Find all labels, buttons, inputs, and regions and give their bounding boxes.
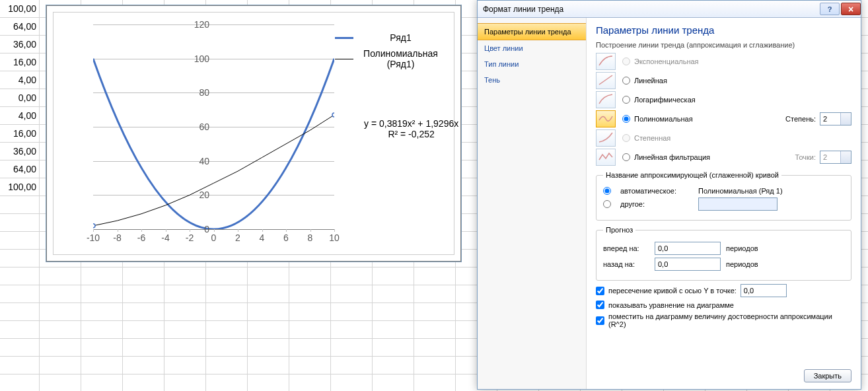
cell[interactable] <box>289 357 331 374</box>
cell[interactable] <box>248 339 289 357</box>
cell[interactable] <box>373 374 414 391</box>
cell[interactable] <box>0 196 40 214</box>
cell[interactable] <box>414 285 456 303</box>
cell[interactable]: 4,00 <box>0 71 40 89</box>
radio-linear[interactable] <box>622 77 630 85</box>
checkbox-show-equation[interactable] <box>596 301 604 309</box>
cell[interactable] <box>81 357 123 374</box>
cell[interactable] <box>40 285 81 303</box>
cell[interactable] <box>414 339 456 357</box>
chart-legend[interactable]: Ряд1 Полиномиальная (Ряд1) <box>335 32 444 75</box>
cell[interactable] <box>206 321 248 339</box>
cell[interactable] <box>81 267 123 285</box>
cell[interactable] <box>331 285 373 303</box>
cell[interactable] <box>123 339 164 357</box>
cell[interactable] <box>373 321 414 339</box>
cell[interactable] <box>81 285 123 303</box>
cell[interactable] <box>414 267 456 285</box>
cell[interactable] <box>81 339 123 357</box>
cell[interactable]: 36,00 <box>0 36 40 53</box>
cell[interactable] <box>373 303 414 321</box>
cell[interactable]: 0,00 <box>0 89 40 107</box>
cell[interactable] <box>414 321 456 339</box>
cell[interactable] <box>123 321 164 339</box>
cell[interactable] <box>248 321 289 339</box>
cell[interactable] <box>123 285 164 303</box>
cell[interactable] <box>164 285 206 303</box>
cell[interactable] <box>123 357 164 374</box>
radio-moving-average[interactable] <box>622 153 630 161</box>
cell[interactable]: 100,00 <box>0 0 40 18</box>
cell[interactable] <box>331 267 373 285</box>
close-button[interactable]: × <box>841 3 861 15</box>
cell[interactable] <box>0 303 40 321</box>
plot-area[interactable] <box>93 24 334 229</box>
cell[interactable]: 16,00 <box>0 53 40 71</box>
cell[interactable]: 4,00 <box>0 107 40 125</box>
cell[interactable] <box>0 250 40 267</box>
cell[interactable] <box>206 374 248 391</box>
checkbox-set-intercept[interactable] <box>596 287 604 295</box>
cell[interactable] <box>206 303 248 321</box>
cell[interactable]: 100,00 <box>0 178 40 196</box>
nav-item-line-style[interactable]: Тип линии <box>478 56 586 72</box>
cell[interactable] <box>0 321 40 339</box>
cell[interactable] <box>248 267 289 285</box>
cell[interactable] <box>373 267 414 285</box>
cell[interactable] <box>289 339 331 357</box>
cell[interactable] <box>0 339 40 357</box>
cell[interactable] <box>0 285 40 303</box>
cell[interactable] <box>123 303 164 321</box>
cell[interactable]: 64,00 <box>0 160 40 178</box>
cell[interactable] <box>414 357 456 374</box>
cell[interactable]: 16,00 <box>0 125 40 143</box>
cell[interactable] <box>81 303 123 321</box>
cell[interactable] <box>40 321 81 339</box>
cell[interactable] <box>331 303 373 321</box>
cell[interactable] <box>0 267 40 285</box>
cell[interactable] <box>0 232 40 250</box>
degree-spinner[interactable]: 2 <box>820 112 851 125</box>
cell[interactable] <box>81 374 123 391</box>
cell[interactable] <box>123 267 164 285</box>
cell[interactable] <box>40 303 81 321</box>
cell[interactable] <box>206 357 248 374</box>
cell[interactable] <box>40 339 81 357</box>
close-dialog-button[interactable]: Закрыть <box>804 369 851 382</box>
cell[interactable] <box>414 303 456 321</box>
cell[interactable] <box>0 357 40 374</box>
help-button[interactable]: ? <box>820 3 840 15</box>
cell[interactable] <box>289 285 331 303</box>
radio-name-other[interactable] <box>603 200 611 208</box>
cell[interactable]: 64,00 <box>0 18 40 36</box>
cell[interactable] <box>40 267 81 285</box>
cell[interactable] <box>81 321 123 339</box>
nav-item-line-color[interactable]: Цвет линии <box>478 40 586 56</box>
cell[interactable] <box>206 285 248 303</box>
cell[interactable] <box>331 374 373 391</box>
chart-object[interactable]: 120 100 80 60 40 20 0 // placeholder; fi… <box>46 5 461 262</box>
cell[interactable] <box>289 267 331 285</box>
cell[interactable] <box>164 339 206 357</box>
radio-logarithmic[interactable] <box>622 96 630 104</box>
cell[interactable] <box>373 285 414 303</box>
trendline-equation-box[interactable]: y = 0,3819x² + 1,9296x R² = -0,252 <box>364 118 458 139</box>
cell[interactable] <box>331 339 373 357</box>
cell[interactable] <box>331 321 373 339</box>
cell[interactable] <box>206 339 248 357</box>
cell[interactable] <box>40 374 81 391</box>
cell[interactable] <box>373 339 414 357</box>
cell[interactable] <box>206 267 248 285</box>
cell[interactable] <box>164 267 206 285</box>
cell[interactable] <box>289 303 331 321</box>
cell[interactable] <box>331 357 373 374</box>
cell[interactable] <box>248 357 289 374</box>
cell[interactable] <box>40 357 81 374</box>
forward-input[interactable] <box>655 242 721 255</box>
cell[interactable] <box>289 374 331 391</box>
cell[interactable] <box>248 285 289 303</box>
cell[interactable] <box>0 374 40 391</box>
cell[interactable] <box>0 214 40 232</box>
name-other-input[interactable] <box>698 197 778 211</box>
nav-item-shadow[interactable]: Тень <box>478 72 586 88</box>
